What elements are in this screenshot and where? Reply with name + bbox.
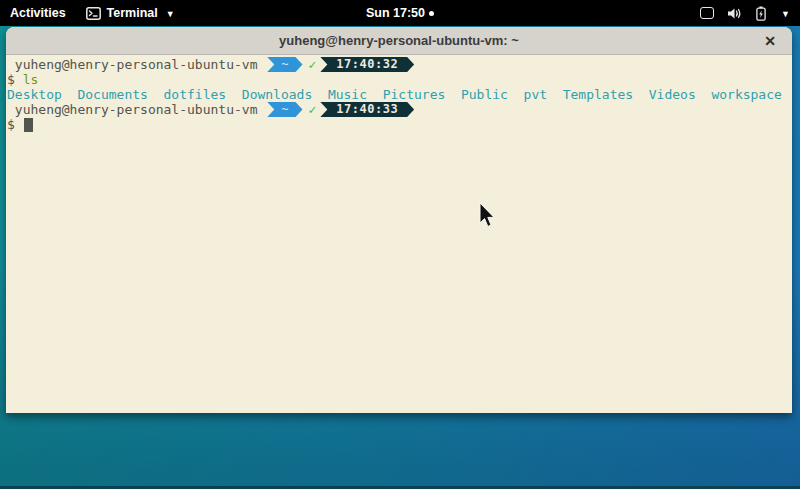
status-check-icon: ✓ (309, 102, 317, 117)
top-bar: Activities Terminal ▼ Sun 17:50 (0, 0, 800, 26)
terminal-window: yuheng@henry-personal-ubuntu-vm: ~ ✕ yuh… (6, 27, 792, 413)
prompt-user-host: yuheng@henry-personal-ubuntu-vm (7, 102, 265, 117)
time-segment: 17:40:33 (320, 102, 414, 117)
window-titlebar[interactable]: yuheng@henry-personal-ubuntu-vm: ~ ✕ (6, 27, 792, 55)
chevron-down-icon: ▼ (166, 9, 175, 19)
clock-label: Sun 17:50 (366, 6, 425, 20)
app-menu-terminal[interactable]: Terminal ▼ (86, 6, 175, 20)
volume-icon[interactable] (727, 7, 743, 20)
prompt-user-host: yuheng@henry-personal-ubuntu-vm (7, 57, 265, 72)
terminal-content[interactable]: yuheng@henry-personal-ubuntu-vm ~ ✓ 17:4… (6, 55, 792, 412)
ls-output-line: Desktop Documents dotfiles Downloads Mus… (7, 87, 792, 102)
prompt-symbol: $ (7, 72, 23, 87)
cwd-segment: ~ (267, 102, 302, 117)
terminal-icon (86, 7, 101, 20)
window-title: yuheng@henry-personal-ubuntu-vm: ~ (279, 33, 519, 48)
close-button[interactable]: ✕ (758, 27, 782, 55)
prompt-line-2: yuheng@henry-personal-ubuntu-vm ~ ✓ 17:4… (7, 102, 792, 117)
input-line: $ (7, 117, 792, 132)
clock-menu[interactable]: Sun 17:50 (366, 6, 434, 20)
directory-list: Desktop Documents dotfiles Downloads Mus… (7, 87, 782, 102)
app-menu-label: Terminal (107, 6, 158, 20)
terminal-cursor (24, 118, 33, 132)
command-line: $ ls (7, 72, 792, 87)
cwd-segment: ~ (267, 57, 302, 72)
desktop: Activities Terminal ▼ Sun 17:50 (0, 0, 800, 489)
time-segment: 17:40:32 (320, 57, 414, 72)
screen-icon[interactable] (700, 7, 714, 19)
status-check-icon: ✓ (309, 57, 317, 72)
system-menu-chevron-icon[interactable]: ▼ (781, 9, 790, 19)
activities-button[interactable]: Activities (10, 6, 66, 20)
prompt-symbol: $ (7, 117, 23, 132)
battery-charging-icon[interactable] (756, 6, 766, 21)
notification-dot (429, 11, 434, 16)
typed-command: ls (23, 72, 39, 87)
prompt-line-1: yuheng@henry-personal-ubuntu-vm ~ ✓ 17:4… (7, 57, 792, 72)
system-status-area[interactable]: ▼ (700, 6, 790, 21)
